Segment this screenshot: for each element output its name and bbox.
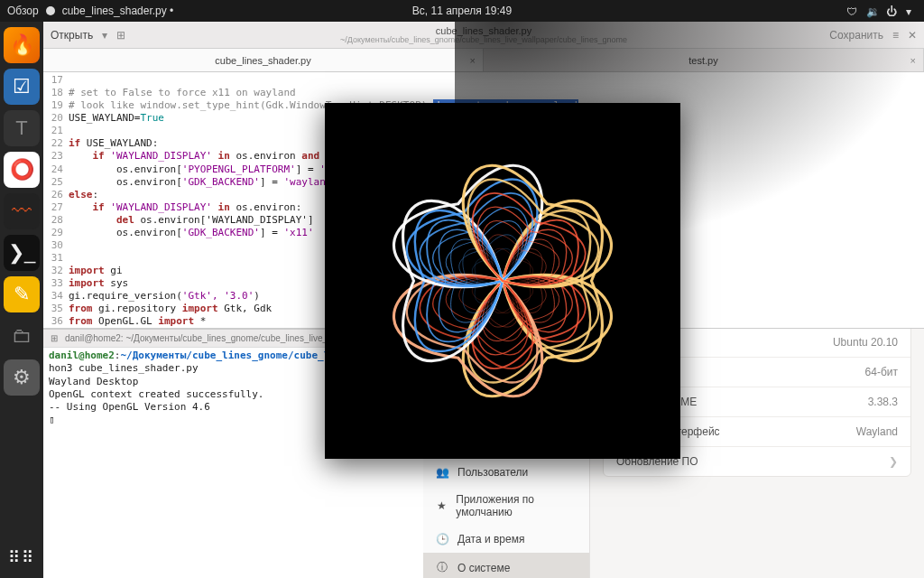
save-button[interactable]: Сохранить [829,29,883,42]
tab-test-py[interactable]: test.py× [484,49,924,71]
chevron-down-icon[interactable]: ▾ [102,29,107,42]
dock-app-settings[interactable]: ⚙ [4,359,40,396]
volume-icon[interactable]: 🔉 [866,5,877,16]
star-icon: ★ [436,499,447,512]
clock[interactable]: Вс, 11 апреля 19:49 [412,5,512,17]
show-applications-button[interactable]: ⠿⠿ [8,547,35,567]
info-value: Ubuntu 20.10 [833,336,898,349]
editor-toolbar: Открыть ▾ ⊞ cube_lines_shader.py ~/Докум… [43,22,924,49]
info-value: Wayland [856,425,898,438]
chevron-right-icon: ❯ [889,455,898,468]
dock-app-todo[interactable]: ☑ [4,69,40,105]
app-indicator-dot [46,6,55,15]
clock-icon: 🕒 [436,533,448,545]
pencil-icon: ✎ [14,283,30,306]
hamburger-icon[interactable]: ≡ [892,29,899,42]
chevron-down-icon[interactable]: ▾ [906,5,917,16]
dock-app-fonts[interactable]: T [4,110,40,146]
info-value: 64-бит [865,366,898,378]
info-icon: ⓘ [436,560,448,575]
shield-icon[interactable]: 🛡 [846,5,857,16]
gear-icon: ⚙ [13,366,31,389]
sidebar-item-label: О системе [457,562,510,574]
folder-icon: 🗀 [12,324,32,348]
dock-app-terminal[interactable]: ❯_ [4,235,40,271]
close-icon[interactable]: ✕ [908,29,917,42]
top-panel: Обзор cube_lines_shader.py • Вс, 11 апре… [0,0,924,22]
pulse-icon: 〰 [12,200,32,223]
editor-subtitle: ~/Документы/cube_lines_gnome/cube_lines_… [340,36,627,45]
firefox-icon: 🔥 [10,33,34,57]
sidebar-item-label: Приложения по умолчанию [456,493,577,518]
tab-label: test.py [688,55,717,66]
sidebar-item-datetime[interactable]: 🕒Дата и время [423,526,589,553]
dock-app-help[interactable]: ⭕ [4,152,40,188]
new-tab-button[interactable]: ⊞ [116,29,125,42]
close-icon[interactable]: × [910,55,916,66]
checklist-icon: ☑ [13,75,31,98]
editor-tab-bar: cube_lines_shader.py× test.py× [43,49,924,72]
users-icon: 👥 [436,466,448,479]
close-icon[interactable]: × [470,55,476,66]
dock: 🔥 ☑ T ⭕ 〰 ❯_ ✎ 🗀 ⚙ ⠿⠿ [0,22,43,578]
dock-app-files[interactable]: 🗀 [4,318,40,354]
new-tab-icon[interactable]: ⊞ [51,333,58,343]
dock-app-monitor[interactable]: 〰 [4,193,40,229]
tab-label: cube_lines_shader.py [215,55,310,66]
fonts-icon: T [15,117,27,140]
open-button[interactable]: Открыть [51,29,93,42]
lifebuoy-icon: ⭕ [10,158,34,182]
shader-output [325,103,680,459]
sidebar-item-label: Дата и время [457,533,524,545]
dock-app-firefox[interactable]: 🔥 [4,27,40,63]
opengl-render-window[interactable] [325,103,680,459]
line-number-gutter: 1718192021222324252627282930313233343536… [43,72,67,328]
sidebar-item-default-apps[interactable]: ★Приложения по умолчанию [423,486,589,526]
sidebar-item-about[interactable]: ⓘО системе [423,553,589,578]
desktop: ♿Вспомогательные технологии 👥Пользовател… [43,22,924,578]
terminal-icon: ❯_ [8,241,35,265]
power-icon[interactable]: ⏻ [886,5,897,16]
tab-cube-lines-shader[interactable]: cube_lines_shader.py× [43,49,484,71]
sidebar-item-users[interactable]: 👥Пользователи [423,459,589,486]
terminal-title: danil@home2: ~/Документы/cube_lines_gnom… [65,333,364,343]
info-value: 3.38.3 [868,396,898,408]
focused-app-title[interactable]: cube_lines_shader.py • [62,5,174,17]
activities-button[interactable]: Обзор [7,5,39,17]
dock-app-text-editor[interactable]: ✎ [4,276,40,312]
sidebar-item-label: Пользователи [457,466,528,479]
